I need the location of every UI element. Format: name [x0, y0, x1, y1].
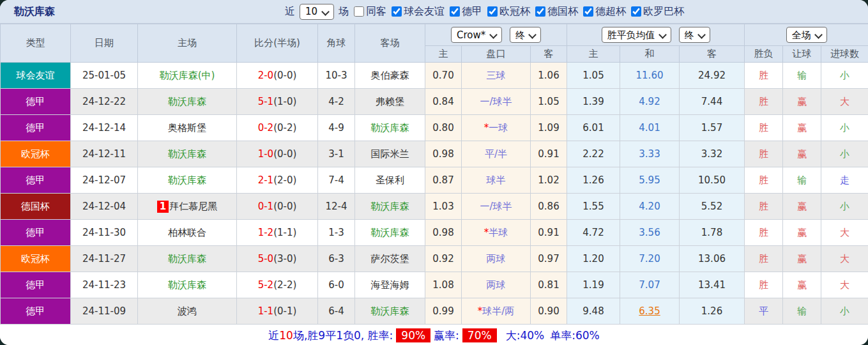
league-filter[interactable]: 欧罗巴杯	[630, 5, 684, 19]
handicap-line: 平/半	[462, 141, 531, 167]
sub-header-handicap: 盘口	[462, 46, 531, 63]
summary-middle: 场,胜9平1负0, 胜率:	[293, 328, 393, 343]
avg-away-odds: 1.26	[680, 298, 745, 325]
league-badge: 德甲	[1, 220, 71, 246]
same-venue-checkbox[interactable]	[354, 6, 364, 17]
match-date: 24-12-04	[71, 194, 138, 220]
home-team: 奥格斯堡	[138, 115, 237, 141]
league-filter[interactable]: 球会友谊	[391, 5, 445, 19]
away-team: 勒沃库森	[355, 220, 425, 246]
avg-away-odds: 13.41	[680, 272, 745, 298]
avg-away-odds: 13.06	[680, 246, 745, 272]
sub-header-odds-home: 主	[425, 46, 462, 63]
league-filter-checkbox[interactable]	[583, 6, 593, 17]
result-handicap: 赢	[783, 272, 821, 298]
avg-draw-odds: 6.35	[620, 298, 680, 325]
league-filter-checkbox[interactable]	[450, 6, 460, 17]
league-badge: 球会友谊	[1, 63, 71, 89]
handicap-odds-home: 0.92	[425, 246, 462, 272]
league-filter-checkbox[interactable]	[631, 6, 641, 17]
league-filter-checkbox[interactable]	[535, 6, 545, 17]
league-filter[interactable]: 德超杯	[582, 5, 626, 19]
avg-time-select[interactable]: 终	[680, 27, 710, 42]
odds-time-select[interactable]: 终	[510, 27, 540, 42]
scope-select[interactable]: 全场	[787, 27, 826, 42]
away-team: 海登海姆	[355, 272, 425, 298]
same-venue-filter[interactable]: 同客	[353, 5, 386, 19]
result-wdl: 胜	[745, 246, 783, 272]
league-filter-label: 德超杯	[595, 5, 626, 19]
league-filter-checkbox[interactable]	[392, 6, 402, 17]
result-wdl: 胜	[745, 272, 783, 298]
avg-type-select[interactable]: 胜平负均值	[602, 27, 671, 42]
away-team: 弗赖堡	[355, 89, 425, 115]
home-team: 勒沃库森	[138, 246, 237, 272]
handicap-odds-home: 0.80	[425, 115, 462, 141]
match-row: 欧冠杯24-11-27勒沃库森5-0(3-0)6-3萨尔茨堡0.92两球0.97…	[1, 246, 868, 272]
result-handicap: 赢	[783, 115, 821, 141]
result-handicap: 赢	[783, 246, 821, 272]
result-goals: 走	[821, 167, 868, 194]
handicap-odds-home: 0.99	[425, 298, 462, 325]
league-filter-label: 欧罗巴杯	[643, 5, 684, 19]
summary-win-rate-badge: 90%	[396, 328, 430, 342]
match-row: 德甲24-12-14奥格斯堡0-2(0-2)4-9勒沃库森0.80*一球1.09…	[1, 115, 868, 141]
home-team: 波鸿	[138, 298, 237, 325]
score: 1-0(0-0)	[237, 141, 318, 167]
avg-home-odds: 2.22	[567, 141, 620, 167]
home-team: 柏林联合	[138, 220, 237, 246]
handicap-line: *半球	[462, 220, 531, 246]
result-handicap: 赢	[783, 194, 821, 220]
avg-away-odds: 7.44	[680, 89, 745, 115]
sub-header-odds-away: 客	[531, 46, 567, 63]
odds-time-select-wrap: 终	[510, 27, 541, 43]
col-header-score: 比分(半场)	[237, 24, 318, 63]
handicap-odds-home: 0.70	[425, 63, 462, 89]
match-date: 24-12-22	[71, 89, 138, 115]
handicap-line: *球半/两	[462, 298, 531, 325]
league-filter[interactable]: 德甲	[449, 5, 482, 19]
handicap-line: 两球	[462, 246, 531, 272]
result-handicap: 赢	[783, 141, 821, 167]
handicap-odds-away: 0.97	[531, 246, 567, 272]
league-badge: 欧冠杯	[1, 141, 71, 167]
handicap-odds-home: 1.08	[425, 272, 462, 298]
league-filter[interactable]: 德国杯	[535, 5, 578, 19]
result-handicap: 输	[783, 167, 821, 194]
col-header-corner: 角球	[318, 24, 355, 63]
result-wdl: 平	[745, 298, 783, 325]
summary-asia-rate-badge: 70%	[462, 328, 497, 342]
summary-near: 近	[268, 328, 279, 343]
match-row: 球会友谊25-01-05勒沃库森(中)2-0(0-0)10-3奥伯豪森0.70三…	[1, 63, 868, 89]
avg-draw-odds: 7.07	[620, 272, 680, 298]
recent-count-select[interactable]: 10	[300, 4, 333, 19]
corner-score: 3-1	[318, 141, 355, 167]
home-team: 勒沃库森	[138, 89, 237, 115]
summary-big-label: 大:	[506, 328, 521, 343]
corner-score: 7-4	[318, 167, 355, 194]
league-filter-checkbox[interactable]	[487, 6, 498, 17]
match-row: 德国杯24-12-041拜仁慕尼黑0-1(0-0)12-4勒沃库森1.03一/球…	[1, 194, 868, 220]
summary-asia-label: 赢率:	[434, 328, 459, 343]
result-goals: 大	[821, 272, 868, 298]
avg-home-odds: 6.01	[567, 115, 620, 141]
result-wdl: 胜	[745, 63, 783, 89]
corner-score: 1-3	[318, 220, 355, 246]
col-header-home: 主场	[138, 24, 237, 63]
match-date: 24-12-11	[71, 141, 138, 167]
league-filter-label: 欧冠杯	[499, 5, 530, 19]
avg-draw-odds: 4.20	[620, 194, 680, 220]
match-row: 德甲24-11-30柏林联合1-2(1-1)1-3勒沃库森0.98*半球0.91…	[1, 220, 868, 246]
odds-company-select[interactable]: Crow*	[452, 27, 501, 42]
match-date: 25-01-05	[71, 63, 138, 89]
match-row: 德甲24-11-09波鸿1-1(0-1)6-4勒沃库森0.99*球半/两0.90…	[1, 298, 868, 325]
match-row: 欧冠杯24-12-11勒沃库森1-0(0-0)3-1国际米兰0.98平/半0.9…	[1, 141, 868, 167]
handicap-line: 三球	[462, 63, 531, 89]
score: 1-2(1-1)	[237, 220, 318, 246]
score: 5-0(3-0)	[237, 246, 318, 272]
result-wdl: 胜	[745, 141, 783, 167]
league-filter[interactable]: 欧冠杯	[487, 5, 530, 19]
corner-score: 12-4	[318, 194, 355, 220]
avg-away-odds: 3.32	[680, 141, 745, 167]
sub-header-avg-home: 主	[567, 46, 620, 63]
